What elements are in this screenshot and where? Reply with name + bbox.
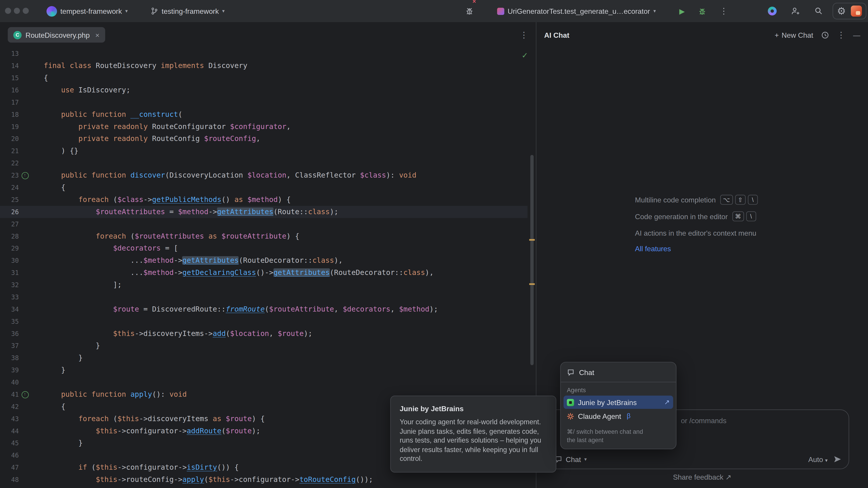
run-button[interactable]: ▶ — [679, 0, 685, 22]
editor-tab-bar: C RouteDiscovery.php × ⋮ — [0, 22, 536, 48]
plus-icon: + — [775, 31, 779, 39]
run-configuration-widget[interactable]: UriGeneratorTest.test_generate_u…ecorato… — [497, 0, 656, 22]
code-line[interactable]: 25 foreach ($class->getPublicMethods() a… — [0, 194, 528, 206]
code-line[interactable]: 15{ — [0, 72, 528, 84]
line-number: 19 — [0, 121, 19, 133]
project-widget[interactable]: tempest-framework ▾ — [46, 0, 128, 22]
chat-input-placeholder: or /commands — [681, 417, 726, 425]
all-features-link[interactable]: All features — [635, 245, 671, 254]
code-line[interactable]: 32 ]; — [0, 279, 528, 291]
line-number: 35 — [0, 315, 19, 328]
implemented-method-icon[interactable]: ↑ — [21, 391, 29, 398]
code-line[interactable]: 20 private readonly RouteConfig $routeCo… — [0, 133, 528, 145]
code-line[interactable]: 31 ...$method->getDeclaringClass()->getA… — [0, 267, 528, 279]
code-line[interactable]: 36 $this->discoveryItems->add($location,… — [0, 328, 528, 340]
code-line[interactable]: 30 ...$method->getAttributes(RouteDecora… — [0, 255, 528, 267]
claude-icon — [567, 413, 574, 420]
chat-mode-picker[interactable]: Chat ▾ — [555, 455, 587, 463]
debug-bug-icon — [698, 7, 706, 15]
code-line[interactable]: 35 — [0, 315, 528, 328]
ai-assistant-icon — [768, 6, 777, 15]
code-line[interactable]: 27 — [0, 218, 528, 230]
code-line[interactable]: 22 — [0, 157, 528, 169]
settings-gear-icon[interactable]: ⚙ — [837, 6, 846, 16]
editor-tab[interactable]: C RouteDiscovery.php × — [8, 27, 105, 43]
vcs-branch-widget[interactable]: testing-framework ▾ — [151, 0, 225, 22]
code-with-me-button[interactable] — [791, 0, 800, 22]
tab-close-icon[interactable]: × — [95, 31, 99, 39]
code-line[interactable]: 14final class RouteDiscovery implements … — [0, 60, 528, 72]
code-line[interactable]: 28 foreach ($routeAttributes as $routeAt… — [0, 230, 528, 242]
line-number: 33 — [0, 291, 19, 303]
menu-item-chat[interactable]: Chat — [561, 365, 676, 380]
implemented-method-icon[interactable]: ↑ — [21, 172, 29, 179]
code-line[interactable]: 48 $this->routeConfig->apply($this->conf… — [0, 474, 528, 486]
code-line[interactable]: 23↑ public function discover(DiscoveryLo… — [0, 169, 528, 182]
occurrence-marker[interactable] — [529, 239, 535, 240]
code-line[interactable]: 29 $decorators = [ — [0, 242, 528, 255]
editor-options-kebab[interactable]: ⋮ — [520, 30, 528, 40]
code-text: private readonly RouteConfig $routeConfi… — [31, 133, 260, 145]
chat-options-kebab[interactable]: ⋮ — [837, 30, 845, 40]
menu-item-junie[interactable]: Junie by JetBrains ↗ — [563, 396, 673, 409]
hide-panel-button[interactable]: — — [853, 31, 860, 39]
code-line[interactable]: 38 } — [0, 352, 528, 364]
chat-history-icon[interactable] — [821, 31, 829, 39]
debugger-status-button[interactable]: × — [465, 0, 474, 22]
code-text: $routeAttributes = $method->getAttribute… — [31, 206, 338, 218]
profile-avatar[interactable] — [851, 5, 862, 17]
zoom-window-button[interactable] — [23, 8, 29, 14]
ai-chat-header: AI Chat + New Chat ⋮ — — [536, 22, 868, 48]
chat-bubble-icon — [567, 368, 575, 376]
menu-item-claude[interactable]: Claude Agent β — [563, 410, 673, 423]
code-line[interactable]: 24 { — [0, 182, 528, 194]
ai-assistant-button[interactable] — [768, 0, 777, 22]
code-text: $this->routeConfig->apply($this->configu… — [31, 474, 373, 486]
code-line[interactable]: 17 — [0, 96, 528, 108]
code-text: private readonly RouteConfigurator $conf… — [31, 121, 291, 133]
php-class-icon: C — [13, 31, 22, 39]
line-number: 18 — [0, 108, 19, 121]
send-icon[interactable] — [833, 455, 842, 464]
code-line[interactable]: 16 use IsDiscovery; — [0, 84, 528, 96]
line-number: 24 — [0, 182, 19, 194]
code-line[interactable]: 21 ) {} — [0, 145, 528, 157]
gutter: ↑ — [19, 172, 31, 179]
window-traffic-lights[interactable] — [5, 8, 29, 14]
junie-icon — [567, 398, 574, 406]
code-text: public function __construct( — [31, 108, 182, 121]
code-text: ]; — [31, 279, 122, 291]
line-number: 40 — [0, 376, 19, 388]
code-text: } — [31, 364, 65, 376]
line-number: 48 — [0, 474, 19, 486]
chevron-down-icon: ▾ — [653, 8, 656, 14]
code-line[interactable]: 34 $route = DiscoveredRoute::fromRoute($… — [0, 303, 528, 315]
line-number: 31 — [0, 267, 19, 279]
debug-button[interactable] — [698, 0, 706, 22]
minimize-window-button[interactable] — [14, 8, 20, 14]
scrollbar-thumb[interactable] — [530, 155, 534, 365]
code-text: } — [31, 352, 83, 364]
code-line[interactable]: 19 private readonly RouteConfigurator $c… — [0, 121, 528, 133]
occurrence-marker[interactable] — [529, 283, 535, 285]
close-window-button[interactable] — [5, 8, 11, 14]
line-number: 44 — [0, 425, 19, 437]
junie-tooltip: Junie by JetBrains Your coding agent for… — [391, 396, 557, 472]
model-picker[interactable]: Auto ▾ — [808, 455, 828, 463]
line-number: 45 — [0, 437, 19, 449]
code-text: { — [31, 182, 65, 194]
new-chat-button[interactable]: + New Chat — [775, 31, 813, 39]
line-number: 38 — [0, 352, 19, 364]
code-line[interactable]: 33 — [0, 291, 528, 303]
search-everywhere-button[interactable] — [814, 0, 823, 22]
code-line[interactable]: 39 } — [0, 364, 528, 376]
run-more-actions-button[interactable]: ⋮ — [720, 0, 728, 22]
code-text: ...$method->getAttributes(RouteDecorator… — [31, 255, 343, 267]
code-line[interactable]: 13 — [0, 48, 528, 60]
code-line[interactable]: 26 $routeAttributes = $method->getAttrib… — [0, 206, 528, 218]
error-cross-icon: × — [472, 0, 476, 4]
share-feedback-link[interactable]: Share feedback ↗ — [536, 473, 868, 482]
code-line[interactable]: 18 public function __construct( — [0, 108, 528, 121]
code-line[interactable]: 40 — [0, 376, 528, 388]
code-line[interactable]: 37 } — [0, 340, 528, 352]
